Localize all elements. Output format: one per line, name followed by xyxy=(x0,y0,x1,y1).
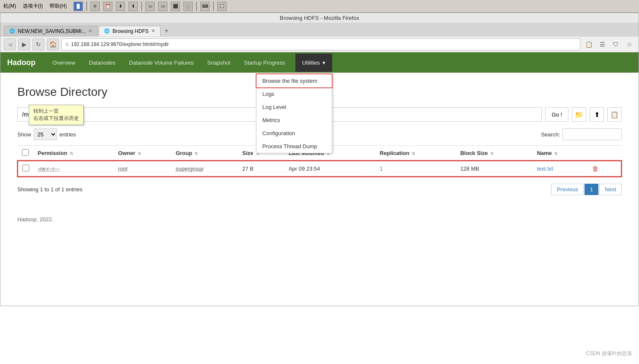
entries-select[interactable]: 25 50 100 xyxy=(34,128,57,140)
row-delete-0[interactable]: 🗑 xyxy=(586,161,621,177)
app-container: Hadoop Overview Datanodes Datanode Volum… xyxy=(0,52,639,306)
utilities-label: Utilities xyxy=(302,60,320,66)
tab-2-close[interactable]: ✕ xyxy=(151,28,155,34)
menu-icon[interactable]: ☰ xyxy=(596,38,608,50)
url-lock-icon: ① xyxy=(65,42,69,47)
nav-extra-icons: 📋 ☰ 🛡 ☆ xyxy=(583,38,635,50)
select-all-checkbox[interactable] xyxy=(22,149,29,156)
nav-snapshot[interactable]: Snapshot xyxy=(200,54,237,72)
shield-icon[interactable]: 🛡 xyxy=(610,38,622,50)
nav-datanodes[interactable]: Datanodes xyxy=(82,54,122,72)
os-icon-8[interactable]: ⬛ xyxy=(171,2,180,11)
new-tab-button[interactable]: + xyxy=(161,25,172,37)
os-menu-item-machine[interactable]: 机(M) xyxy=(3,3,16,10)
os-menu-item-tabs[interactable]: 选项卡(I) xyxy=(23,3,43,10)
page-1-button[interactable]: 1 xyxy=(584,184,598,195)
browser-window: Browsing HDFS - Mozilla Firefox 🌐 NEW,NE… xyxy=(0,13,639,306)
nav-datanode-volume-failures[interactable]: Datanode Volume Failures xyxy=(122,54,200,72)
os-icon-4[interactable]: ⬇ xyxy=(116,2,125,11)
tooltip: 转到上一页 右击或下拉显示历史 xyxy=(29,105,84,125)
app-brand[interactable]: Hadoop xyxy=(7,58,36,67)
show-label: Show xyxy=(17,131,31,138)
col-name[interactable]: Name ⇅ xyxy=(532,146,586,161)
col-group[interactable]: Group ⇅ xyxy=(172,146,238,161)
report-button[interactable]: 📋 xyxy=(607,107,622,122)
col-replication-label: Replication xyxy=(380,150,410,156)
os-icon-1[interactable]: ▐▌ xyxy=(74,2,83,11)
sort-blocksize-icon: ⇅ xyxy=(490,151,494,156)
browser-tab-2[interactable]: 🌐 Browsing HDFS ✕ xyxy=(98,26,160,36)
row-owner-0: root xyxy=(114,161,172,177)
utilities-caret: ▾ xyxy=(322,60,325,66)
os-menu-item-help[interactable]: 帮助(H) xyxy=(49,3,67,10)
app-footer: Hadoop, 2022. xyxy=(0,208,639,227)
bookmark-icon[interactable]: 📋 xyxy=(583,38,595,50)
os-icon-5[interactable]: ⬆ xyxy=(128,2,138,11)
col-replication[interactable]: Replication ⇅ xyxy=(376,146,456,161)
search-bar: Search: xyxy=(541,128,622,140)
browser-title: Browsing HDFS - Mozilla Firefox xyxy=(280,15,359,21)
row-size-0: 27 B xyxy=(238,161,284,177)
search-label: Search: xyxy=(541,131,560,138)
row-checkbox-0[interactable] xyxy=(18,161,33,177)
up-button[interactable]: ⬆ xyxy=(590,107,604,122)
replication-link-0[interactable]: 1 xyxy=(380,166,383,172)
os-icon-2[interactable]: ⎘ xyxy=(90,2,100,11)
utilities-menu: Browse the file system Logs Log Level Me… xyxy=(256,74,332,153)
app-navbar: Hadoop Overview Datanodes Datanode Volum… xyxy=(0,52,639,73)
reload-button[interactable]: ↻ xyxy=(33,38,44,50)
col-block-size-label: Block Size xyxy=(460,150,488,156)
star-icon[interactable]: ☆ xyxy=(623,38,635,50)
forward-button[interactable]: ▶ xyxy=(18,38,30,50)
back-button[interactable]: ◀ xyxy=(4,38,16,50)
pagination-area: Showing 1 to 1 of 1 entries Previous 1 N… xyxy=(17,184,622,195)
previous-button[interactable]: Previous xyxy=(551,184,584,195)
col-checkbox[interactable] xyxy=(18,146,33,161)
row-check-0[interactable] xyxy=(22,165,29,171)
browser-tab-1[interactable]: 🌐 NEW,NEW_SAVING,SUBMI... ✕ xyxy=(4,26,98,36)
pagination: Previous 1 Next xyxy=(551,184,622,195)
nav-startup-progress[interactable]: Startup Progress xyxy=(237,54,292,72)
browser-navbar: ◀ ▶ ↻ 🏠 ① 192.168.184.129:9870/explorer.… xyxy=(0,37,639,52)
dropdown-logs[interactable]: Logs xyxy=(257,87,332,101)
delete-button-0[interactable]: 🗑 xyxy=(590,165,601,173)
go-button[interactable]: Go ! xyxy=(545,107,568,122)
dropdown-metrics[interactable]: Metrics xyxy=(257,114,332,127)
os-icon-7[interactable]: ▭ xyxy=(158,2,167,11)
os-icon-3[interactable]: ⏰ xyxy=(103,2,112,11)
tab-1-close[interactable]: ✕ xyxy=(88,28,92,34)
row-replication-0[interactable]: 1 xyxy=(376,161,456,177)
file-link-0[interactable]: test.txt xyxy=(537,166,553,172)
sort-name-icon: ⇅ xyxy=(554,151,557,156)
home-button[interactable]: 🏠 xyxy=(47,38,59,50)
row-permission-0: -rw-r--r--- xyxy=(33,161,114,177)
dropdown-process-thread-dump[interactable]: Process Thread Dump xyxy=(257,140,332,153)
row-name-0[interactable]: test.txt xyxy=(532,161,586,177)
upload-button[interactable]: 📁 xyxy=(572,107,586,122)
row-blocksize-0: 128 MB xyxy=(456,161,532,177)
col-actions xyxy=(586,146,621,161)
os-icon-11[interactable]: ⛶ xyxy=(217,2,227,11)
utilities-button[interactable]: Utilities ▾ xyxy=(295,54,332,72)
dropdown-browse-fs[interactable]: Browse the file system xyxy=(257,74,332,87)
os-menu[interactable]: 机(M) 选项卡(I) 帮助(H) xyxy=(3,3,67,10)
showing-text: Showing 1 to 1 of 1 entries xyxy=(17,186,82,193)
col-permission[interactable]: Permission ⇅ xyxy=(33,146,114,161)
url-bar[interactable]: ① 192.168.184.129:9870/explorer.html#/my… xyxy=(61,38,580,50)
next-button[interactable]: Next xyxy=(599,184,622,195)
nav-overview[interactable]: Overview xyxy=(46,54,82,72)
row-lastmod-0: Apr 09 23:54 xyxy=(284,161,376,177)
os-icon-9[interactable]: ⬚ xyxy=(183,2,193,11)
dropdown-log-level[interactable]: Log Level xyxy=(257,101,332,114)
col-owner[interactable]: Owner ⇅ xyxy=(114,146,172,161)
os-icon-6[interactable]: ▭ xyxy=(145,2,155,11)
os-topbar: 机(M) 选项卡(I) 帮助(H) ▐▌ ⎘ ⏰ ⬇ ⬆ ▭ ▭ ⬛ ⬚ ⌨ ⛶ xyxy=(0,0,639,13)
utilities-dropdown[interactable]: Utilities ▾ Browse the file system Logs … xyxy=(295,54,332,72)
table-row: -rw-r--r--- root supergroup 27 B Apr 09 … xyxy=(18,161,621,177)
dropdown-configuration[interactable]: Configuration xyxy=(257,127,332,140)
search-input[interactable] xyxy=(563,128,622,140)
col-block-size[interactable]: Block Size ⇅ xyxy=(456,146,532,161)
os-icon-10[interactable]: ⌨ xyxy=(200,2,210,11)
os-icon-sep2 xyxy=(141,2,142,11)
sort-replication-icon: ⇅ xyxy=(412,151,415,156)
